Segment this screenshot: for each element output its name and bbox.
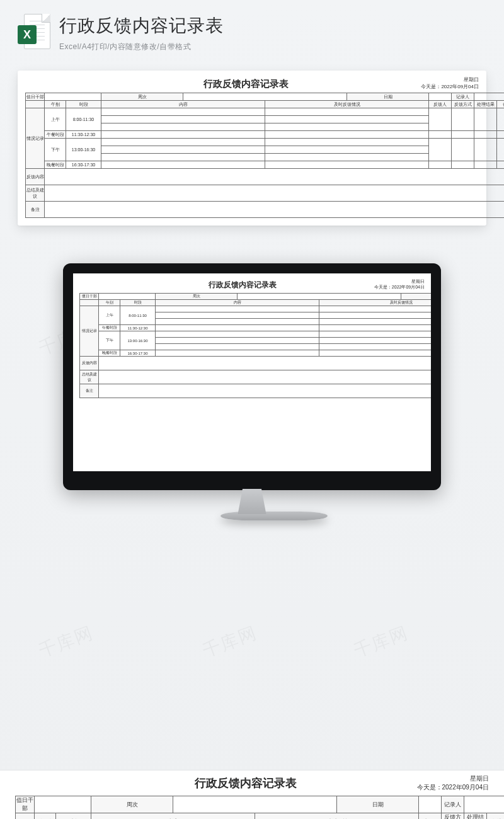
watermark: 千库网 bbox=[199, 621, 261, 663]
meta-week-value bbox=[183, 93, 347, 101]
feedback-cell bbox=[319, 306, 442, 312]
person-cell bbox=[429, 108, 452, 131]
col-time: 时段 bbox=[56, 813, 91, 820]
content-cell bbox=[156, 325, 319, 331]
content-cell bbox=[101, 139, 265, 146]
sheet-date-block: 星期日 今天是：2022年09月04日 bbox=[391, 77, 479, 91]
time-cell: 13:00-16:30 bbox=[120, 331, 156, 350]
page-subtitle: Excel/A4打印/内容随意修改/自带格式 bbox=[59, 42, 486, 52]
meta-week-value bbox=[238, 294, 401, 300]
remark-cell bbox=[497, 131, 505, 139]
result-cell bbox=[474, 108, 497, 131]
footer-summary-value bbox=[45, 185, 505, 202]
col-person: 反馈人 bbox=[429, 101, 452, 108]
spreadsheet-card: 行政反馈内容记录表 星期日 今天是：2022年09月04日 值日干部周次日期记录… bbox=[18, 71, 486, 226]
time-cell: 8:00-11:30 bbox=[66, 108, 101, 131]
meta-date-label: 日期 bbox=[347, 93, 429, 101]
meta-date-label: 日期 bbox=[337, 796, 419, 813]
col-content: 内容 bbox=[91, 813, 255, 820]
meta-week-value bbox=[173, 796, 337, 813]
meta-date-value bbox=[429, 93, 452, 101]
result-cell bbox=[474, 131, 497, 139]
col-content: 内容 bbox=[156, 300, 319, 306]
col-remark: 备注 bbox=[497, 101, 505, 108]
meta-recorder-value bbox=[464, 796, 505, 813]
content-cell bbox=[101, 146, 265, 154]
footer-remark-label: 备注 bbox=[26, 202, 45, 218]
sheet-date-block: 星期日 今天是：2022年09月04日 bbox=[349, 278, 425, 290]
col-person: 反馈人 bbox=[419, 813, 442, 820]
period-cell: 晚餐时段 bbox=[99, 350, 120, 357]
content-cell bbox=[101, 161, 265, 169]
corner-blank bbox=[80, 300, 99, 306]
footer-remark-value bbox=[45, 202, 505, 218]
today-date: 2022年09月04日 bbox=[392, 285, 425, 289]
method-cell bbox=[452, 108, 474, 131]
sheet-weekday: 星期日 bbox=[391, 77, 479, 84]
col-period: 午别 bbox=[35, 813, 56, 820]
footer-feedback-label: 反馈内容 bbox=[26, 169, 45, 185]
feedback-cell bbox=[265, 108, 429, 116]
result-cell bbox=[474, 139, 497, 161]
excel-x-badge: X bbox=[18, 25, 37, 44]
person-cell bbox=[429, 161, 452, 169]
footer-summary-value bbox=[99, 370, 442, 384]
today-date: 2022年09月04日 bbox=[442, 784, 490, 791]
col-remark: 备注 bbox=[487, 813, 505, 820]
feedback-cell bbox=[319, 350, 442, 357]
col-result: 处理结果 bbox=[474, 101, 497, 108]
monitor-stand bbox=[220, 489, 284, 527]
content-cell bbox=[156, 344, 319, 350]
time-cell: 11:30-12:30 bbox=[120, 325, 156, 331]
meta-recorder-label: 记录人 bbox=[442, 796, 464, 813]
feedback-cell bbox=[319, 325, 442, 331]
feedback-cell bbox=[265, 139, 429, 146]
meta-duty-value bbox=[45, 93, 101, 101]
content-cell bbox=[156, 331, 319, 338]
today-prefix: 今天是： bbox=[421, 84, 441, 89]
col-period: 午别 bbox=[45, 101, 66, 108]
page-header: X 行政反馈内容记录表 Excel/A4打印/内容随意修改/自带格式 bbox=[0, 0, 504, 58]
watermark: 千库网 bbox=[35, 621, 97, 663]
sheet-weekday: 星期日 bbox=[349, 278, 425, 284]
time-cell: 16:30-17:30 bbox=[120, 350, 156, 357]
col-content: 内容 bbox=[101, 101, 265, 108]
sheet-table: 值日干部周次日期记录人午别时段内容及时反馈情况反馈人反馈方式处理结果备注情况记录… bbox=[25, 93, 504, 218]
col-method: 反馈方式 bbox=[442, 813, 464, 820]
monitor-mockup: 行政反馈内容记录表 星期日 今天是：2022年09月04日 值日干部周次日期记录… bbox=[63, 263, 441, 527]
sheet-table-slot: 值日干部周次日期记录人午别时段内容及时反馈情况反馈人反馈方式处理结果备注情况记录… bbox=[25, 93, 479, 218]
remark-cell bbox=[497, 161, 505, 169]
sheet-date-block: 星期日 今天是：2022年09月04日 bbox=[382, 774, 489, 791]
col-timely-feedback: 及时反馈情况 bbox=[319, 300, 442, 306]
meta-date-label: 日期 bbox=[401, 294, 442, 300]
person-cell bbox=[429, 139, 452, 161]
feedback-cell bbox=[319, 319, 442, 325]
feedback-cell bbox=[265, 161, 429, 169]
sheet-table: 值日干部周次日期记录人午别时段内容及时反馈情况反馈人反馈方式处理结果备注 bbox=[15, 796, 504, 819]
footer-summary-label: 总结及建议 bbox=[80, 370, 99, 384]
meta-duty-label: 值日干部 bbox=[26, 93, 45, 101]
col-method: 反馈方式 bbox=[452, 101, 474, 108]
col-timely-feedback: 及时反馈情况 bbox=[265, 101, 429, 108]
meta-recorder-value bbox=[474, 93, 505, 101]
feedback-cell bbox=[265, 116, 429, 123]
content-cell bbox=[101, 123, 265, 131]
time-cell: 8:00-11:30 bbox=[120, 306, 156, 325]
col-time: 时段 bbox=[66, 101, 101, 108]
meta-duty-value bbox=[99, 294, 156, 300]
meta-date-value bbox=[419, 796, 442, 813]
col-period: 午别 bbox=[99, 300, 120, 306]
feedback-cell bbox=[319, 338, 442, 344]
meta-duty-value bbox=[35, 796, 91, 813]
remark-cell bbox=[497, 108, 505, 131]
content-cell bbox=[156, 338, 319, 344]
content-cell bbox=[156, 312, 319, 319]
meta-recorder-label: 记录人 bbox=[452, 93, 474, 101]
footer-remark-value bbox=[99, 384, 442, 398]
footer-feedback-value bbox=[45, 169, 505, 185]
section-label: 情况记录 bbox=[26, 108, 45, 169]
result-cell bbox=[474, 161, 497, 169]
sheet-table: 值日干部周次日期记录人午别时段内容及时反馈情况反馈人反馈方式处理结果备注情况记录… bbox=[79, 293, 441, 398]
sheet-table-slot: 值日干部周次日期记录人午别时段内容及时反馈情况反馈人反馈方式处理结果备注情况记录… bbox=[79, 293, 425, 398]
period-cell: 午餐时段 bbox=[99, 325, 120, 331]
